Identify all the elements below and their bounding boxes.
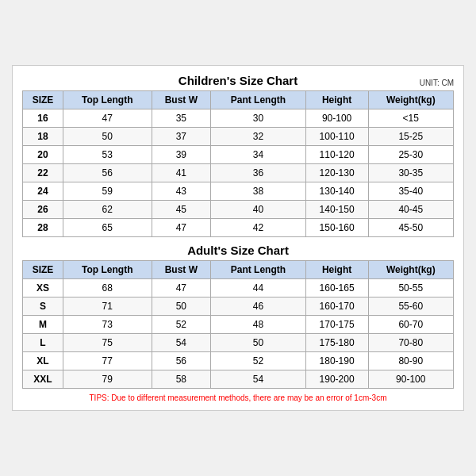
adult-chart-title: Adult's Size Chart bbox=[187, 244, 289, 257]
children-data-row: 20533934110-12025-30 bbox=[23, 146, 454, 164]
adult-data-row: L755450175-18070-80 bbox=[23, 334, 454, 352]
table-cell: 73 bbox=[63, 316, 152, 334]
table-cell: 43 bbox=[152, 182, 211, 201]
adult-size-table: SIZE Top Length Bust W Pant Length Heigh… bbox=[22, 260, 454, 389]
adult-data-row: XXL795854190-20090-100 bbox=[23, 370, 454, 389]
adult-col-pant-length: Pant Length bbox=[211, 261, 306, 279]
table-cell: 54 bbox=[152, 334, 211, 352]
table-cell: 38 bbox=[211, 182, 306, 201]
table-cell: 45 bbox=[152, 201, 211, 219]
table-cell: 58 bbox=[152, 370, 211, 389]
table-cell: 77 bbox=[63, 352, 152, 370]
table-cell: 140-150 bbox=[305, 201, 368, 219]
children-data-row: 18503732100-11015-25 bbox=[23, 128, 454, 146]
col-top-length: Top Length bbox=[63, 91, 152, 109]
table-cell: M bbox=[23, 316, 63, 334]
table-cell: 41 bbox=[152, 164, 211, 182]
children-title-row: Children's Size Chart UNIT: CM bbox=[22, 74, 454, 87]
table-cell: 110-120 bbox=[305, 146, 368, 164]
table-cell: 47 bbox=[152, 279, 211, 298]
children-header-row: SIZE Top Length Bust W Pant Length Heigh… bbox=[23, 91, 454, 109]
table-cell: 59 bbox=[63, 182, 152, 201]
table-cell: 68 bbox=[63, 279, 152, 298]
table-cell: 16 bbox=[23, 109, 63, 128]
adult-header-row: SIZE Top Length Bust W Pant Length Heigh… bbox=[23, 261, 454, 279]
col-size: SIZE bbox=[23, 91, 63, 109]
table-cell: 54 bbox=[211, 370, 306, 389]
table-cell: 47 bbox=[63, 109, 152, 128]
table-cell: 18 bbox=[23, 128, 63, 146]
table-cell: 90-100 bbox=[368, 370, 453, 389]
table-cell: 39 bbox=[152, 146, 211, 164]
adult-data-row: XS684744160-16550-55 bbox=[23, 279, 454, 298]
table-cell: 26 bbox=[23, 201, 63, 219]
table-cell: 52 bbox=[152, 316, 211, 334]
table-cell: 46 bbox=[211, 298, 306, 316]
table-cell: 55-60 bbox=[368, 298, 453, 316]
adult-data-row: S715046160-17055-60 bbox=[23, 298, 454, 316]
table-cell: XS bbox=[23, 279, 63, 298]
table-cell: 24 bbox=[23, 182, 63, 201]
table-cell: 100-110 bbox=[305, 128, 368, 146]
table-cell: 52 bbox=[211, 352, 306, 370]
size-chart-container: Children's Size Chart UNIT: CM SIZE Top … bbox=[12, 65, 464, 411]
adult-data-row: M735248170-17560-70 bbox=[23, 316, 454, 334]
adult-col-weight: Weight(kg) bbox=[368, 261, 453, 279]
table-cell: 40-45 bbox=[368, 201, 453, 219]
adult-col-height: Height bbox=[305, 261, 368, 279]
table-cell: 30 bbox=[211, 109, 306, 128]
children-data-row: 28654742150-16045-50 bbox=[23, 219, 454, 237]
table-cell: 70-80 bbox=[368, 334, 453, 352]
table-cell: 180-190 bbox=[305, 352, 368, 370]
table-cell: 28 bbox=[23, 219, 63, 237]
table-cell: 150-160 bbox=[305, 219, 368, 237]
table-cell: 15-25 bbox=[368, 128, 453, 146]
table-cell: 47 bbox=[152, 219, 211, 237]
table-cell: S bbox=[23, 298, 63, 316]
table-cell: 175-180 bbox=[305, 334, 368, 352]
unit-label: UNIT: CM bbox=[420, 79, 454, 87]
table-cell: 40 bbox=[211, 201, 306, 219]
col-height: Height bbox=[305, 91, 368, 109]
children-data-row: 1647353090-100<15 bbox=[23, 109, 454, 128]
table-cell: 35 bbox=[152, 109, 211, 128]
children-data-row: 24594338130-14035-40 bbox=[23, 182, 454, 201]
table-cell: XL bbox=[23, 352, 63, 370]
table-cell: 160-165 bbox=[305, 279, 368, 298]
table-cell: 190-200 bbox=[305, 370, 368, 389]
table-cell: 90-100 bbox=[305, 109, 368, 128]
table-cell: 50 bbox=[152, 298, 211, 316]
table-cell: 44 bbox=[211, 279, 306, 298]
children-data-row: 26624540140-15040-45 bbox=[23, 201, 454, 219]
table-cell: 42 bbox=[211, 219, 306, 237]
table-cell: 30-35 bbox=[368, 164, 453, 182]
table-cell: 36 bbox=[211, 164, 306, 182]
table-cell: 25-30 bbox=[368, 146, 453, 164]
table-cell: 45-50 bbox=[368, 219, 453, 237]
table-cell: 71 bbox=[63, 298, 152, 316]
col-pant-length: Pant Length bbox=[211, 91, 306, 109]
table-cell: 48 bbox=[211, 316, 306, 334]
table-cell: 80-90 bbox=[368, 352, 453, 370]
table-cell: 120-130 bbox=[305, 164, 368, 182]
table-cell: 170-175 bbox=[305, 316, 368, 334]
table-cell: 62 bbox=[63, 201, 152, 219]
table-cell: 79 bbox=[63, 370, 152, 389]
adult-title-row: Adult's Size Chart bbox=[22, 244, 454, 257]
table-cell: 160-170 bbox=[305, 298, 368, 316]
table-cell: 32 bbox=[211, 128, 306, 146]
table-cell: 60-70 bbox=[368, 316, 453, 334]
adult-col-top-length: Top Length bbox=[63, 261, 152, 279]
children-data-row: 22564136120-13030-35 bbox=[23, 164, 454, 182]
table-cell: 53 bbox=[63, 146, 152, 164]
table-cell: 37 bbox=[152, 128, 211, 146]
table-cell: XXL bbox=[23, 370, 63, 389]
table-cell: 50 bbox=[211, 334, 306, 352]
adult-section: Adult's Size Chart SIZE Top Length Bust … bbox=[22, 244, 454, 389]
table-cell: 22 bbox=[23, 164, 63, 182]
table-cell: <15 bbox=[368, 109, 453, 128]
adult-col-bust-w: Bust W bbox=[152, 261, 211, 279]
table-cell: 34 bbox=[211, 146, 306, 164]
table-cell: 50 bbox=[63, 128, 152, 146]
table-cell: 35-40 bbox=[368, 182, 453, 201]
